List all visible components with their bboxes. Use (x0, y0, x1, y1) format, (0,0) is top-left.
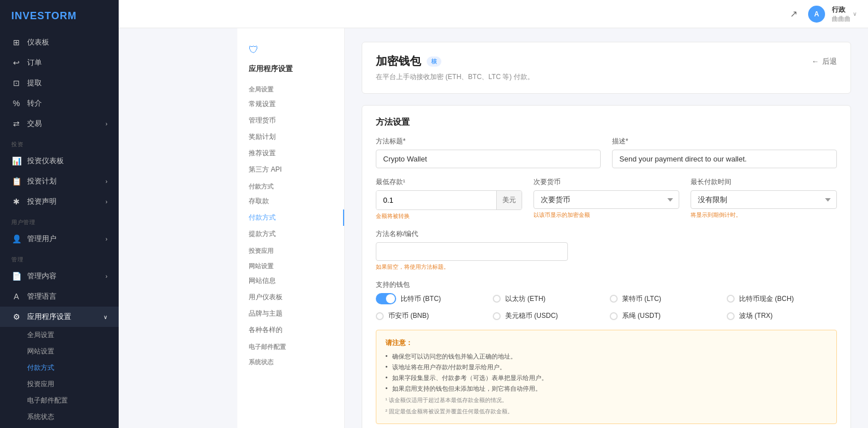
notice-box: 请注意： 确保您可以访问您的钱包并输入正确的地址。 该地址将在用户存款/付款时显… (376, 330, 837, 424)
external-link-icon[interactable]: ↗ (785, 6, 801, 22)
sec-nav-general[interactable]: 常规设置 (237, 96, 344, 112)
min-deposit-input[interactable] (376, 191, 496, 209)
trades-icon: ⇄ (11, 119, 21, 129)
sidebar-item-invest-portfolio[interactable]: ✱ 投资声明 › (0, 191, 119, 212)
form-group-wallets: 支持的钱包 比特币 (BTC) 以太坊 (ETH) (376, 280, 837, 321)
sidebar-item-referral[interactable]: % 转介 (0, 93, 119, 113)
max-pay-time-label: 最长付款时间 (691, 177, 837, 187)
desc-input[interactable] (612, 150, 837, 168)
settings-shield-icon: 🛡 (249, 44, 259, 55)
wallet-usdt-radio[interactable] (610, 312, 618, 320)
sec-nav-site-info[interactable]: 网站信息 (237, 273, 344, 289)
manage-content-chevron: › (106, 273, 107, 279)
sec-nav-title: 应用程序设置 (237, 64, 344, 81)
topbar: ↗ A 行政 曲曲曲 ∨ (119, 0, 868, 28)
page-title-row: 加密钱包 核 (376, 54, 441, 69)
wallet-bch: 比特币现金 (BCH) (727, 293, 837, 304)
sec-group-website: 网站设置 (237, 257, 344, 273)
subnav-email-config[interactable]: 电子邮件配置 (27, 392, 119, 409)
subnav-invest-apps[interactable]: 投资应用 (27, 376, 119, 392)
app-settings-chevron: ∨ (103, 314, 107, 320)
sec-nav-user-dashboard[interactable]: 用户仪表板 (237, 289, 344, 305)
sidebar-item-manage-content[interactable]: 📄 管理内容 › (0, 266, 119, 286)
topbar-actions: ↗ A 行政 曲曲曲 ∨ (785, 5, 857, 23)
sec-nav-system-group: 系统状态 (237, 353, 344, 369)
invest-portfolio-chevron: › (106, 199, 107, 205)
wallet-usdc: 美元稳币 (USDC) (493, 311, 603, 321)
sec-nav-invest-apps-group: 投资应用 (237, 242, 344, 257)
sidebar-item-dashboard[interactable]: ⊞ 仪表板 (0, 32, 119, 53)
notice-footnote-1: ¹ 该金额仅适用于超过基本最低存款金额的情况。 (385, 396, 827, 404)
sidebar-item-manage-lang[interactable]: A 管理语言 (0, 286, 119, 307)
desc-label: 描述* (612, 137, 837, 146)
invest-dashboard-icon: 📊 (11, 156, 21, 166)
subnav-website[interactable]: 网站设置 (27, 343, 119, 360)
sidebar-item-orders[interactable]: ↩ 订单 (0, 53, 119, 73)
sec-nav-deposits[interactable]: 存取款 (237, 193, 344, 209)
sec-nav-referral[interactable]: 推荐设置 (237, 145, 344, 161)
wallet-usdc-radio[interactable] (493, 312, 501, 320)
trades-chevron: › (106, 121, 107, 127)
sec-nav-thirdparty[interactable]: 第三方 API (237, 161, 344, 178)
sec-nav-payment-group: 付款方式 存取款 付款方式 提款方式 (237, 178, 344, 242)
manage-users-chevron: › (106, 236, 107, 242)
method-code-input[interactable] (376, 242, 568, 261)
sidebar-item-app-settings[interactable]: ⚙ 应用程序设置 ∨ (0, 307, 119, 327)
user-menu[interactable]: 行政 曲曲曲 ∨ (832, 5, 857, 23)
method-code-label: 方法名称/编代 (376, 229, 568, 239)
logo: INVESTORM (0, 0, 119, 32)
subnav-pay-methods[interactable]: 付款方式 (27, 360, 119, 376)
wallet-bch-radio[interactable] (727, 295, 735, 303)
invest-portfolio-icon: ✱ (11, 196, 21, 207)
form-group-secondary-currency: 次要货币 次要货币 以该币显示的加密金额 (533, 177, 680, 220)
wallet-btc-label: 比特币 (BTC) (401, 294, 441, 304)
sidebar-item-manage-users[interactable]: 👤 管理用户 › (0, 229, 119, 249)
page-content: 加密钱包 核 ← 后退 在平台上手动接收加密 (ETH、BTC、LTC 等) 付… (345, 28, 868, 428)
secondary-currency-label: 次要货币 (533, 177, 680, 187)
secondary-currency-hint: 以该币显示的加密金额 (533, 211, 680, 219)
wallet-bnb-label: 币安币 (BNB) (388, 311, 429, 321)
wallet-eth: 以太坊 (ETH) (493, 293, 603, 304)
form-row-method-code: 方法名称/编代 如果留空，将使用方法标题。 (376, 229, 837, 271)
wallets-label: 支持的钱包 (376, 280, 837, 290)
sec-group-email: 电子邮件配置 (237, 338, 344, 353)
sidebar-item-withdraw[interactable]: ⊡ 提取 (0, 73, 119, 93)
sidebar-item-invest-dashboard[interactable]: 📊 投资仪表板 (0, 151, 119, 171)
wallet-usdt-label: 系绳 (USDT) (622, 311, 661, 321)
wallet-btc: 比特币 (BTC) (376, 293, 486, 304)
sidebar-item-trades[interactable]: ⇄ 交易 › (0, 113, 119, 134)
form-row-min-sec-max: 最低存款¹ 美元 金额将被转换 次要货币 次要货币 以该币显示的加密金额 最长付… (376, 177, 837, 220)
wallet-eth-radio[interactable] (493, 295, 501, 303)
dashboard-icon: ⊞ (11, 37, 21, 47)
page-title: 加密钱包 (376, 54, 421, 69)
subnav-system-status[interactable]: 系统状态 (27, 409, 119, 425)
sec-nav-pay-methods[interactable]: 付款方式 (237, 209, 344, 226)
sec-nav-misc[interactable]: 各种各样的 (237, 322, 344, 338)
back-button[interactable]: ← 后退 (811, 56, 837, 67)
sidebar-item-invest-plan[interactable]: 📋 投资计划 › (0, 171, 119, 191)
subnav-global[interactable]: 全局设置 (27, 327, 119, 343)
method-settings-section: 方法设置 方法标题* 描述* 最低存款¹ (362, 105, 851, 428)
sec-nav-withdraw-methods[interactable]: 提款方式 (237, 226, 344, 242)
sec-nav-currencies[interactable]: 管理货币 (237, 112, 344, 129)
wallet-btc-toggle[interactable] (376, 293, 396, 304)
max-pay-time-select[interactable]: 没有限制 (691, 190, 837, 209)
wallets-grid: 比特币 (BTC) 以太坊 (ETH) 莱特币 (LTC) 比特币现金 (376, 293, 837, 321)
secondary-currency-select[interactable]: 次要货币 (533, 190, 680, 209)
method-label-input[interactable] (376, 150, 601, 168)
avatar: A (808, 6, 825, 23)
page-description: 在平台上手动接收加密 (ETH、BTC、LTC 等) 付款。 (376, 72, 837, 82)
wallet-ltc: 莱特币 (LTC) (610, 293, 720, 304)
admin-group-label: 管理 (0, 249, 119, 266)
wallet-bch-label: 比特币现金 (BCH) (739, 294, 794, 304)
sec-nav-rewards[interactable]: 奖励计划 (237, 129, 344, 145)
wallet-ltc-radio[interactable] (610, 295, 618, 303)
user-chevron-icon: ∨ (853, 11, 857, 17)
page-header: 加密钱包 核 ← 后退 在平台上手动接收加密 (ETH、BTC、LTC 等) 付… (362, 42, 851, 94)
wallet-bnb-radio[interactable] (376, 312, 384, 320)
back-arrow-icon: ← (811, 57, 819, 65)
min-deposit-hint: 金额将被转换 (376, 212, 522, 220)
manage-content-icon: 📄 (11, 271, 21, 281)
sec-nav-brand[interactable]: 品牌与主题 (237, 305, 344, 322)
wallet-trx-radio[interactable] (727, 312, 735, 320)
